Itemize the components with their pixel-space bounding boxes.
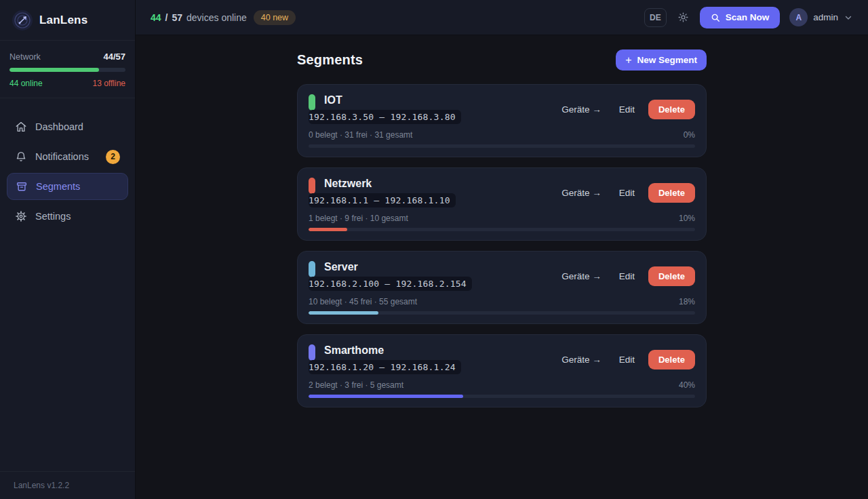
devices-link[interactable]: Geräte → xyxy=(561,355,601,365)
devices-online-count: 44 xyxy=(151,12,161,23)
bell-icon xyxy=(15,151,27,163)
segment-usage-percent: 40% xyxy=(679,380,695,390)
segment-name: Server xyxy=(324,260,472,274)
scan-now-button[interactable]: Scan Now xyxy=(700,7,781,28)
sidebar-item-label: Settings xyxy=(35,211,120,222)
sidebar-nav: Dashboard Notifications 2 Segments xyxy=(0,113,135,230)
segment-card-iot: IOT 192.168.3.50 — 192.168.3.80 Geräte →… xyxy=(297,84,707,157)
segment-name: Smarthome xyxy=(324,344,461,357)
segment-usage-stats: 0 belegt · 31 frei · 31 gesamt xyxy=(309,130,412,140)
sidebar-item-label: Notifications xyxy=(35,151,98,162)
segment-ip-range: 192.168.2.100 — 192.168.2.154 xyxy=(309,277,472,291)
network-status-panel: Network 44/57 44 online 13 offline xyxy=(0,41,135,98)
segment-list: IOT 192.168.3.50 — 192.168.3.80 Geräte →… xyxy=(297,84,707,407)
notifications-badge: 2 xyxy=(106,150,120,164)
network-progress-fill xyxy=(9,68,99,72)
avatar: A xyxy=(789,8,808,26)
segment-color-pill xyxy=(309,94,315,111)
usage-progress-fill xyxy=(309,228,347,231)
devices-link[interactable]: Geräte → xyxy=(561,104,601,115)
sidebar-item-label: Dashboard xyxy=(35,121,120,132)
devices-link[interactable]: Geräte → xyxy=(561,271,601,281)
sidebar: LanLens Network 44/57 44 online 13 offli… xyxy=(0,0,136,499)
sidebar-item-dashboard[interactable]: Dashboard xyxy=(7,113,128,140)
edit-button[interactable]: Edit xyxy=(619,188,635,198)
app-logo: LanLens xyxy=(0,0,135,41)
segment-color-pill xyxy=(309,344,315,361)
archive-box-icon xyxy=(16,180,28,193)
main-content: Segments + New Segment IOT 192.168.3.50 … xyxy=(136,35,868,499)
segment-ip-range: 192.168.1.20 — 192.168.1.24 xyxy=(309,360,461,374)
user-menu[interactable]: A admin xyxy=(789,8,853,26)
new-segment-label: New Segment xyxy=(637,55,697,65)
scan-now-label: Scan Now xyxy=(726,12,770,22)
segment-color-pill xyxy=(309,261,315,277)
segment-usage-percent: 10% xyxy=(679,214,695,223)
language-toggle-button[interactable]: DE xyxy=(644,8,667,27)
usage-progress-track xyxy=(309,144,695,148)
segment-ip-range: 192.168.3.50 — 192.168.3.80 xyxy=(309,110,461,124)
devices-online-summary: 44 / 57 devices online xyxy=(151,12,247,23)
edit-button[interactable]: Edit xyxy=(619,355,635,365)
usage-progress-track xyxy=(309,395,695,398)
plus-icon: + xyxy=(625,55,631,66)
search-icon xyxy=(711,13,720,22)
network-ratio: 44/57 xyxy=(103,52,125,62)
segment-usage-percent: 18% xyxy=(679,297,695,306)
devices-online-label: devices online xyxy=(186,12,247,23)
usage-progress-track xyxy=(309,228,695,231)
delete-button[interactable]: Delete xyxy=(648,183,695,203)
segment-usage-stats: 2 belegt · 3 frei · 5 gesamt xyxy=(309,380,403,390)
chevron-down-icon xyxy=(844,13,853,22)
app-version: LanLens v1.2.2 xyxy=(0,471,135,499)
new-devices-badge: 40 new xyxy=(254,10,296,25)
page-title: Segments xyxy=(297,52,363,68)
usage-progress-track xyxy=(309,311,695,315)
segment-name: Netzwerk xyxy=(324,177,456,191)
edit-button[interactable]: Edit xyxy=(619,104,635,115)
theme-toggle-button[interactable] xyxy=(676,10,690,24)
sidebar-item-notifications[interactable]: Notifications 2 xyxy=(7,143,128,170)
segment-usage-percent: 0% xyxy=(684,130,695,140)
delete-button[interactable]: Delete xyxy=(648,100,695,119)
devices-link[interactable]: Geräte → xyxy=(561,188,601,198)
online-count: 44 online xyxy=(9,79,43,88)
segment-name: IOT xyxy=(324,94,461,107)
edit-button[interactable]: Edit xyxy=(619,271,635,281)
offline-count: 13 offline xyxy=(93,79,126,88)
segment-card-smarthome: Smarthome 192.168.1.20 — 192.168.1.24 Ge… xyxy=(297,334,707,407)
delete-button[interactable]: Delete xyxy=(648,266,695,286)
sidebar-item-settings[interactable]: Settings xyxy=(7,203,128,230)
sun-icon xyxy=(677,12,689,23)
network-progress-track xyxy=(9,68,125,72)
segment-card-netzwerk: Netzwerk 192.168.1.1 — 192.168.1.10 Gerä… xyxy=(297,167,707,241)
segment-usage-stats: 10 belegt · 45 frei · 55 gesamt xyxy=(309,297,417,306)
new-segment-button[interactable]: + New Segment xyxy=(616,49,707,71)
gear-icon xyxy=(15,210,27,222)
usage-progress-fill xyxy=(309,395,463,398)
network-label: Network xyxy=(9,52,41,62)
home-icon xyxy=(15,121,27,133)
devices-total-count: 57 xyxy=(172,12,182,23)
segment-ip-range: 192.168.1.1 — 192.168.1.10 xyxy=(309,193,456,207)
sidebar-item-segments[interactable]: Segments xyxy=(7,173,128,200)
sidebar-item-label: Segments xyxy=(36,181,119,192)
usage-progress-fill xyxy=(309,311,378,315)
segment-card-server: Server 192.168.2.100 — 192.168.2.154 Ger… xyxy=(297,251,707,324)
topbar: 44 / 57 devices online 40 new DE Scan No… xyxy=(136,0,868,35)
segment-usage-stats: 1 belegt · 9 frei · 10 gesamt xyxy=(309,214,408,223)
user-name: admin xyxy=(813,12,838,22)
delete-button[interactable]: Delete xyxy=(648,350,695,370)
radar-logo-icon xyxy=(12,10,33,31)
app-title: LanLens xyxy=(39,14,87,27)
devices-separator: / xyxy=(165,12,168,23)
segment-color-pill xyxy=(309,178,315,194)
